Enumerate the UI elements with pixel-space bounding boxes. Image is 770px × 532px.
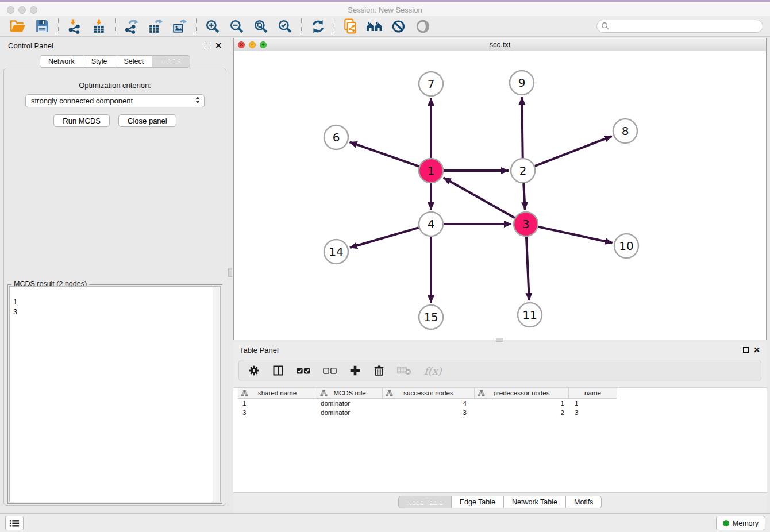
- tab-mcds[interactable]: MCDS: [152, 55, 190, 68]
- horizontal-splitter-grip[interactable]: [496, 338, 503, 342]
- network-graph[interactable]: 7968124314101511: [234, 51, 766, 340]
- import-network-icon[interactable]: [65, 18, 84, 35]
- node-label-8: 8: [622, 124, 629, 138]
- tree-icon: [478, 390, 485, 397]
- tab-motifs[interactable]: Motifs: [566, 496, 602, 508]
- tab-select[interactable]: Select: [116, 55, 153, 68]
- search-field[interactable]: [596, 20, 763, 33]
- search-input[interactable]: [610, 22, 763, 30]
- table-row[interactable]: 1 dominator 4 1 1: [238, 399, 767, 408]
- table-panel-float-icon[interactable]: [743, 347, 749, 353]
- zoom-fit-icon[interactable]: [251, 18, 271, 35]
- export-image-icon[interactable]: [170, 18, 190, 35]
- edge-3-1[interactable]: [444, 178, 515, 218]
- column-header-name[interactable]: name: [569, 388, 617, 399]
- show-all-icon[interactable]: [413, 18, 433, 35]
- window-title: Session: New Session: [0, 6, 770, 14]
- table-row[interactable]: 3 dominator 3 2 3: [238, 408, 767, 417]
- result-scrollbar[interactable]: [213, 287, 220, 502]
- node-label-6: 6: [333, 130, 340, 144]
- network-canvas[interactable]: 7968124314101511: [234, 51, 766, 340]
- edge-4-14[interactable]: [350, 228, 419, 248]
- create-column-icon[interactable]: [349, 363, 361, 378]
- deselect-all-icon[interactable]: [323, 363, 337, 378]
- zoom-out-icon[interactable]: [227, 18, 247, 35]
- tree-icon: [386, 390, 393, 397]
- cell-successor-nodes[interactable]: 4: [383, 399, 475, 408]
- mcds-result-text[interactable]: 1 3: [9, 286, 221, 502]
- tab-node-table[interactable]: Node Table: [398, 496, 452, 508]
- edge-3-10[interactable]: [538, 227, 612, 243]
- cell-mcds-role[interactable]: dominator: [317, 399, 383, 408]
- network-view-titlebar[interactable]: scc.txt ✕ − +: [234, 38, 766, 51]
- run-mcds-button[interactable]: Run MCDS: [53, 114, 110, 127]
- network-minimize-button[interactable]: −: [249, 41, 256, 48]
- cell-predecessor-nodes[interactable]: 2: [475, 408, 569, 417]
- tab-network-table[interactable]: Network Table: [504, 496, 566, 508]
- table-panel: Table Panel ✕ f(x): [233, 342, 767, 513]
- control-panel-float-icon[interactable]: [205, 43, 210, 48]
- node-label-11: 11: [522, 308, 537, 322]
- status-bar: Memory: [0, 513, 770, 532]
- delete-column-trash-icon[interactable]: [374, 363, 384, 378]
- column-header-predecessor-nodes[interactable]: predecessor nodes: [475, 388, 569, 399]
- cell-mcds-role[interactable]: dominator: [317, 408, 383, 417]
- zoom-selected-icon[interactable]: [275, 18, 295, 35]
- node-label-1: 1: [428, 164, 435, 178]
- node-label-4: 4: [428, 217, 435, 231]
- cell-shared-name[interactable]: 3: [238, 408, 317, 417]
- edge-2-8[interactable]: [535, 136, 612, 166]
- select-all-icon[interactable]: [297, 363, 310, 378]
- open-session-icon[interactable]: [8, 18, 28, 35]
- network-close-button[interactable]: ✕: [238, 41, 245, 48]
- export-network-icon[interactable]: [122, 18, 141, 35]
- node-label-7: 7: [428, 77, 435, 91]
- task-history-button[interactable]: [5, 516, 24, 530]
- neighbors-icon[interactable]: [365, 18, 384, 35]
- node-table-header: shared name MCDS role successor nodes pr…: [238, 388, 767, 399]
- cell-name[interactable]: 3: [569, 408, 617, 417]
- column-header-shared-name[interactable]: shared name: [238, 388, 317, 399]
- hide-selected-icon[interactable]: [389, 18, 409, 35]
- tree-icon: [320, 390, 328, 397]
- optimization-criterion-label: Optimization criterion:: [4, 81, 226, 90]
- table-settings-gear-icon[interactable]: [248, 363, 260, 378]
- delete-table-icon[interactable]: [397, 363, 411, 378]
- main-toolbar: [0, 16, 770, 37]
- list-icon: [9, 519, 20, 527]
- optimization-criterion-dropdown[interactable]: strongly connected component: [25, 94, 205, 107]
- control-panel-close-icon[interactable]: ✕: [215, 43, 222, 48]
- column-header-mcds-role[interactable]: MCDS role: [317, 388, 383, 399]
- cell-shared-name[interactable]: 1: [238, 399, 317, 408]
- memory-label: Memory: [733, 519, 759, 527]
- memory-status-dot: [723, 520, 729, 526]
- control-panel-title: Control Panel: [8, 41, 53, 50]
- show-column-icon[interactable]: [272, 363, 284, 378]
- zoom-in-icon[interactable]: [203, 18, 222, 35]
- table-panel-close-icon[interactable]: ✕: [753, 347, 760, 353]
- memory-button[interactable]: Memory: [716, 516, 765, 530]
- vertical-splitter-grip[interactable]: [228, 268, 232, 277]
- cell-name[interactable]: 1: [569, 399, 617, 408]
- node-label-2: 2: [519, 164, 527, 178]
- edge-2-9[interactable]: [522, 97, 522, 158]
- tab-edge-table[interactable]: Edge Table: [452, 496, 504, 508]
- edge-2-3[interactable]: [523, 183, 525, 210]
- cell-predecessor-nodes[interactable]: 1: [475, 399, 569, 408]
- export-table-icon[interactable]: [146, 18, 165, 35]
- save-session-icon[interactable]: [32, 18, 52, 35]
- import-table-icon[interactable]: [89, 18, 109, 35]
- table-tabs: Node Table Edge Table Network Table Moti…: [233, 496, 767, 508]
- column-header-successor-nodes[interactable]: successor nodes: [383, 388, 475, 399]
- network-zoom-button[interactable]: +: [260, 41, 267, 48]
- tab-network[interactable]: Network: [40, 55, 83, 68]
- duplicate-network-icon[interactable]: [341, 18, 360, 35]
- apply-layout-icon[interactable]: [308, 18, 328, 35]
- close-panel-button[interactable]: Close panel: [118, 114, 176, 127]
- function-builder-icon[interactable]: f(x): [424, 363, 442, 378]
- cell-successor-nodes[interactable]: 3: [383, 408, 475, 417]
- tab-style[interactable]: Style: [83, 55, 116, 68]
- edge-1-6[interactable]: [350, 142, 419, 166]
- edge-3-11[interactable]: [526, 237, 529, 300]
- mcds-tab-content: Optimization criterion: strongly connect…: [3, 68, 226, 506]
